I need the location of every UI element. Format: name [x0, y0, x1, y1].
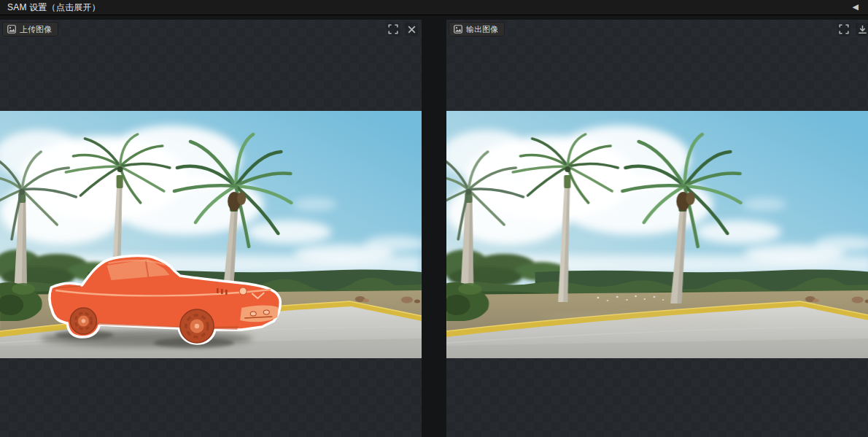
uploaded-image[interactable] — [0, 111, 422, 358]
output-image-label: 输出图像 — [466, 26, 498, 34]
download-button[interactable] — [856, 23, 868, 36]
output-image-tools — [837, 23, 868, 36]
output-image-panel: 输出图像 — [446, 20, 868, 437]
image-icon — [454, 25, 462, 34]
fullscreen-button[interactable] — [837, 23, 850, 36]
close-icon — [407, 25, 416, 34]
clear-image-button[interactable] — [405, 23, 418, 36]
download-icon — [858, 25, 867, 34]
fullscreen-button[interactable] — [387, 23, 400, 36]
accordion-collapse-icon[interactable]: ◀ — [853, 3, 859, 11]
fullscreen-icon — [388, 24, 398, 34]
upload-image-label-tag: 上传图像 — [2, 22, 58, 36]
fullscreen-icon — [839, 24, 849, 34]
image-icon — [7, 25, 16, 34]
upload-image-label: 上传图像 — [20, 26, 52, 34]
photo-scene-inpainted — [446, 111, 868, 358]
sam-settings-accordion[interactable]: SAM 设置（点击展开） ◀ — [0, 0, 868, 15]
output-image — [446, 111, 868, 358]
output-image-label-tag: 输出图像 — [449, 22, 505, 36]
sam-app-page: { "topbar": { "title": "SAM 设置（点击展开）", "… — [0, 0, 868, 437]
accordion-title: SAM 设置（点击展开） — [7, 1, 101, 14]
upload-image-tools — [387, 23, 418, 36]
upload-image-panel: 上传图像 — [0, 20, 422, 437]
